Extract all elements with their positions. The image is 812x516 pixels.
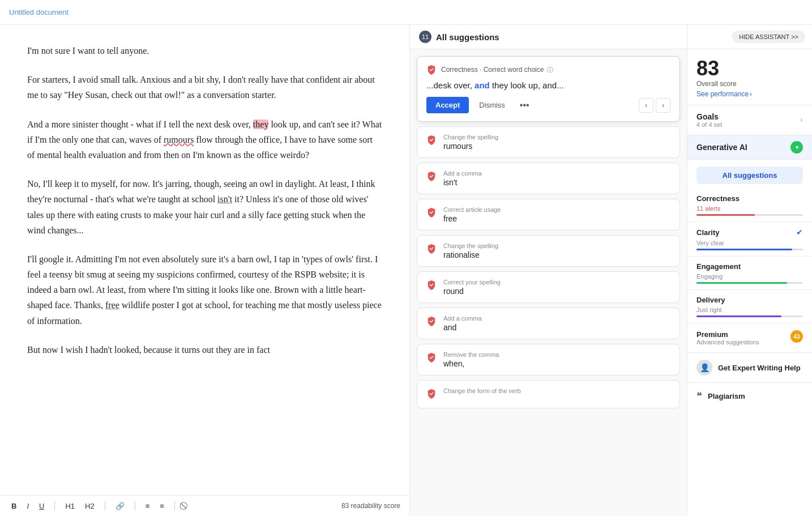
toolbar-divider-3 — [135, 501, 135, 510]
card-category-7: Change the form of the verb — [443, 387, 670, 394]
plagiarism-section[interactable]: ❝ Plagiarism — [687, 383, 812, 409]
score-number: 83 — [696, 58, 752, 79]
premium-label: Premium — [696, 330, 759, 339]
italic-button[interactable]: I — [24, 501, 31, 511]
card-category-4: Correct your spelling — [443, 279, 670, 285]
shield-wrap-4 — [426, 280, 437, 292]
card-text-5: Add a comma and — [443, 315, 670, 332]
prev-suggestion-button[interactable]: ‹ — [639, 98, 653, 113]
see-performance-link[interactable]: See performance › — [696, 90, 752, 98]
card-main-1: isn't — [443, 178, 670, 187]
paragraph-1: I'm not sure I want to tell anyone. — [27, 43, 382, 58]
accept-button[interactable]: Accept — [426, 97, 469, 113]
context-highlight: and — [475, 80, 490, 90]
top-bar: Untitled document — [0, 0, 812, 25]
shield-wrap-1 — [426, 171, 437, 184]
goals-chevron-icon: › — [800, 116, 803, 125]
card-main-5: and — [443, 323, 670, 332]
card-main-4: round — [443, 287, 670, 296]
gen-ai-icon: ✦ — [790, 141, 803, 153]
card-category-0: Change the spelling — [443, 134, 670, 140]
check-icon-clarity: ✔ — [796, 228, 803, 237]
score-info: 83 Overall score See performance › — [696, 58, 752, 98]
metric-clarity-bar-fill — [696, 249, 792, 250]
next-suggestion-button[interactable]: › — [656, 98, 670, 113]
card-text-6: Remove the comma when, — [443, 351, 670, 368]
card-main-2: free — [443, 214, 670, 223]
editor-content[interactable]: I'm not sure I want to tell anyone. For … — [0, 25, 409, 495]
suggestion-card-7[interactable]: Change the form of the verb — [417, 380, 680, 408]
suggestion-card-2[interactable]: Correct article usage free — [417, 199, 680, 231]
metric-engagement-name: Engagement — [696, 262, 741, 271]
h2-button[interactable]: H2 — [83, 501, 97, 511]
active-card-actions: Accept Dismiss ••• ‹ › — [426, 97, 670, 113]
shield-icon-7 — [426, 389, 437, 399]
hide-assistant-button[interactable]: HIDE ASSISTANT >> — [732, 31, 805, 43]
chevron-right-icon: › — [750, 90, 752, 98]
metric-clarity-subtitle: Very clear — [696, 240, 803, 246]
editor-toolbar: B I U H1 H2 🔗 ≡ ≡ ⃠ 83 readability score — [0, 495, 409, 516]
shield-wrap-5 — [426, 316, 437, 329]
card-text-2: Correct article usage free — [443, 206, 670, 223]
suggestion-card-0[interactable]: Change the spelling rumours — [417, 126, 680, 158]
metric-delivery: Delivery Just right — [687, 290, 812, 323]
shield-wrap-0 — [426, 135, 437, 147]
metric-clarity: Clarity ✔ Very clear — [687, 222, 812, 257]
paragraph-6: But now I wish I hadn't looked, because … — [27, 342, 382, 357]
metric-clarity-bar — [696, 249, 803, 250]
card-category-6: Remove the comma — [443, 351, 670, 358]
active-suggestion-card[interactable]: Correctness · Correct word choice ⓘ ...d… — [417, 56, 680, 122]
shield-icon-2 — [426, 207, 437, 218]
info-icon[interactable]: ⓘ — [547, 66, 553, 74]
card-main-0: rumours — [443, 142, 670, 151]
shield-icon-5 — [426, 316, 437, 326]
premium-section[interactable]: Premium Advanced suggestions 43 — [687, 323, 812, 353]
metric-engagement-header: Engagement — [696, 262, 803, 271]
ordered-list-button[interactable]: ≡ — [143, 501, 152, 511]
link-button[interactable]: 🔗 — [113, 501, 127, 511]
shield-icon — [426, 65, 437, 75]
card-category-3: Change the spelling — [443, 242, 670, 249]
underlined-free: free — [105, 300, 119, 310]
active-card-header: Correctness · Correct word choice ⓘ — [426, 65, 670, 75]
bold-button[interactable]: B — [9, 501, 19, 511]
card-text-1: Add a comma isn't — [443, 170, 670, 187]
gen-ai-section[interactable]: Generative AI ✦ — [687, 135, 812, 160]
readability-score[interactable]: 83 readability score — [341, 502, 400, 510]
dismiss-button[interactable]: Dismiss — [475, 97, 510, 113]
suggestion-card-4[interactable]: Correct your spelling round — [417, 271, 680, 303]
suggestion-card-3[interactable]: Change the spelling rationalise — [417, 235, 680, 267]
card-text-7: Change the form of the verb — [443, 387, 670, 395]
doc-title[interactable]: Untitled document — [9, 8, 69, 16]
gen-ai-label: Generative AI — [696, 143, 747, 152]
suggestion-card-1[interactable]: Add a comma isn't — [417, 163, 680, 194]
metric-correctness-header: Correctness — [696, 194, 803, 203]
toolbar-divider-4 — [174, 501, 175, 510]
more-options-button[interactable]: ••• — [515, 98, 534, 113]
shield-icon-6 — [426, 352, 437, 363]
card-text-4: Correct your spelling round — [443, 279, 670, 296]
expert-icon: 👤 — [696, 360, 712, 376]
metric-correctness-alerts: 11 alerts — [696, 205, 803, 212]
card-main-3: rationalise — [443, 250, 670, 259]
underline-button[interactable]: U — [37, 501, 46, 511]
highlighted-they: they — [253, 120, 269, 129]
metric-delivery-subtitle: Just right — [696, 306, 803, 313]
shield-icon-4 — [426, 280, 437, 290]
score-section: 83 Overall score See performance › — [687, 49, 812, 105]
all-suggestions-tab[interactable]: All suggestions — [696, 167, 803, 184]
metric-delivery-name: Delivery — [696, 296, 725, 304]
shield-icon-1 — [426, 171, 437, 181]
premium-info: Premium Advanced suggestions — [696, 330, 759, 346]
suggestion-card-6[interactable]: Remove the comma when, — [417, 344, 680, 376]
goals-section[interactable]: Goals 4 of 4 set › — [687, 105, 812, 135]
clear-format-button[interactable]: ⃠ — [183, 500, 187, 511]
expert-section[interactable]: 👤 Get Expert Writing Help — [687, 353, 812, 383]
suggestion-card-5[interactable]: Add a comma and — [417, 308, 680, 339]
metric-delivery-bar — [696, 315, 803, 317]
unordered-list-button[interactable]: ≡ — [157, 501, 166, 511]
suggestions-panel: 11 All suggestions Correctness · Correct… — [410, 25, 687, 516]
goals-subtitle: 4 of 4 set — [696, 121, 722, 128]
metric-delivery-header: Delivery — [696, 296, 803, 304]
h1-button[interactable]: H1 — [63, 501, 77, 511]
